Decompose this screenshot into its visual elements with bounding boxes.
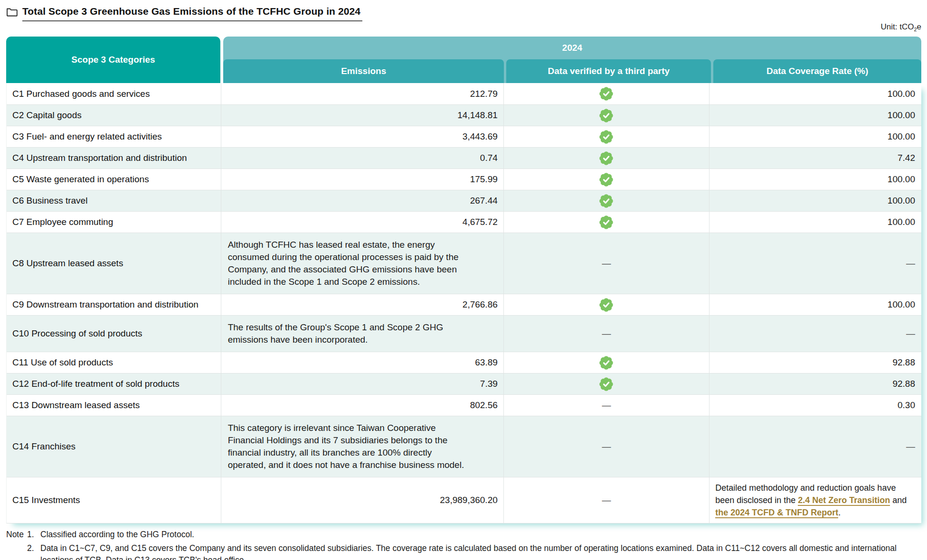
table-body: C1 Purchased goods and services212.79 10…: [6, 83, 921, 523]
emissions-explanation: This category is irrelevant since Taiwan…: [228, 422, 465, 471]
coverage-cell: —: [709, 316, 921, 352]
subheader-row: Emissions Data verified by a third party…: [223, 59, 921, 83]
category-cell: C10 Processing of sold products: [7, 316, 221, 352]
category-cell: C11 Use of sold products: [7, 352, 221, 373]
verified-badge-icon: [599, 130, 614, 144]
verified-badge-icon: [599, 194, 614, 208]
coverage-cell: 100.00: [709, 294, 921, 315]
table-header: Scope 3 Categories 2024 Emissions Data v…: [6, 37, 921, 83]
dash: —: [906, 258, 915, 269]
verified-cell: [503, 169, 709, 190]
coverage-cell: 100.00: [709, 105, 921, 126]
table-row: C3 Fuel- and energy related activities3,…: [7, 126, 921, 147]
unit-label: Unit: tCO2e: [6, 22, 921, 32]
category-cell: C14 Franchises: [7, 416, 221, 477]
table-row: C4 Upstream transportation and distribut…: [7, 147, 921, 168]
verified-cell: —: [503, 416, 709, 477]
category-cell: C9 Downstream transportation and distrib…: [7, 294, 221, 315]
emissions-cell: 0.74: [221, 148, 503, 168]
category-cell: C3 Fuel- and energy related activities: [7, 126, 221, 147]
dash: —: [602, 441, 611, 452]
category-cell: C5 Waste generated in operations: [7, 169, 221, 190]
emissions-cell: 802.56: [221, 395, 503, 416]
verified-badge-icon: [599, 172, 614, 187]
verified-badge-icon: [599, 86, 614, 101]
table-row: C14 FranchisesThis category is irrelevan…: [7, 416, 921, 477]
emissions-cell: 7.39: [221, 373, 503, 394]
table-row: C2 Capital goods14,148.81 100.00: [7, 104, 921, 126]
verified-badge-icon: [599, 298, 614, 312]
emissions-explanation: Although TCFHC has leased real estate, t…: [228, 239, 465, 288]
coverage-cell: —: [709, 233, 921, 294]
note-text: Classified according to the GHG Protocol…: [40, 529, 921, 541]
coverage-cell: 100.00: [709, 83, 921, 104]
net-zero-transition-link[interactable]: 2.4 Net Zero Transition: [798, 495, 890, 506]
dash: —: [602, 495, 611, 505]
verified-cell: [503, 105, 709, 126]
verified-badge-icon: [599, 151, 614, 166]
coverage-cell: Detailed methodology and reduction goals…: [709, 477, 921, 523]
dash: —: [602, 328, 611, 339]
table-row: C1 Purchased goods and services212.79 10…: [7, 83, 921, 104]
coverage-rich-text: Detailed methodology and reduction goals…: [715, 482, 916, 519]
verified-cell: —: [503, 395, 709, 416]
verified-cell: [503, 212, 709, 233]
verified-cell: [503, 83, 709, 104]
emissions-cell: This category is irrelevant since Taiwan…: [221, 416, 503, 477]
category-cell: C8 Upstream leased assets: [7, 233, 221, 294]
verified-cell: [503, 352, 709, 373]
emissions-cell: 3,443.69: [221, 126, 503, 147]
tcfd-tnfd-report-link[interactable]: the 2024 TCFD & TNFD Report: [715, 508, 838, 518]
notes: Note 1. Classified according to the GHG …: [6, 529, 921, 560]
year-header: 2024: [223, 37, 921, 59]
emissions-cell: The results of the Group's Scope 1 and S…: [221, 316, 503, 352]
coverage-cell: 92.88: [709, 373, 921, 394]
emissions-explanation: The results of the Group's Scope 1 and S…: [228, 321, 465, 346]
title-row: Total Scope 3 Greenhouse Gas Emissions o…: [6, 5, 921, 21]
category-cell: C15 Investments: [7, 477, 221, 523]
emissions-cell: Although TCFHC has leased real estate, t…: [221, 233, 503, 294]
note-item-1: Note 1. Classified according to the GHG …: [6, 529, 921, 541]
note-number: 1.: [27, 529, 40, 541]
category-cell: C7 Employee commuting: [7, 212, 221, 233]
verified-cell: —: [503, 477, 709, 523]
folder-icon: [6, 7, 18, 19]
category-cell: C4 Upstream transportation and distribut…: [7, 148, 221, 168]
page: Total Scope 3 Greenhouse Gas Emissions o…: [0, 0, 927, 560]
note-number: 2.: [27, 542, 40, 560]
verified-cell: —: [503, 233, 709, 294]
category-cell: C12 End-of-life treatment of sold produc…: [7, 373, 221, 394]
coverage-cell: 100.00: [709, 169, 921, 190]
table-row: C6 Business travel267.44 100.00: [7, 190, 921, 211]
dash: —: [906, 441, 915, 452]
note-label: Note: [6, 529, 27, 541]
emissions-cell: 4,675.72: [221, 212, 503, 233]
category-cell: C2 Capital goods: [7, 105, 221, 126]
verified-cell: [503, 190, 709, 211]
emissions-cell: 175.99: [221, 169, 503, 190]
column-header-verified: Data verified by a third party: [506, 59, 711, 83]
page-title: Total Scope 3 Greenhouse Gas Emissions o…: [22, 5, 362, 21]
coverage-cell: 100.00: [709, 190, 921, 211]
verified-badge-icon: [599, 108, 614, 123]
verified-badge-icon: [599, 355, 614, 370]
verified-badge-icon: [599, 377, 614, 392]
verified-badge-icon: [599, 215, 614, 230]
category-cell: C13 Downstream leased assets: [7, 395, 221, 416]
emissions-cell: 2,766.86: [221, 294, 503, 315]
dash: —: [602, 400, 611, 411]
table-row: C5 Waste generated in operations175.99 1…: [7, 168, 921, 190]
emissions-cell: 212.79: [221, 83, 503, 104]
coverage-cell: 100.00: [709, 212, 921, 233]
note-text: Data in C1~C7, C9, and C15 covers the Co…: [40, 542, 921, 560]
table-row: C7 Employee commuting4,675.72 100.00: [7, 211, 921, 233]
coverage-cell: 100.00: [709, 126, 921, 147]
table-row: C9 Downstream transportation and distrib…: [7, 294, 921, 315]
table-row: C11 Use of sold products63.89 92.88: [7, 352, 921, 373]
verified-cell: [503, 294, 709, 315]
verified-cell: —: [503, 316, 709, 352]
coverage-text: and: [890, 495, 907, 505]
column-header-emissions: Emissions: [223, 59, 504, 83]
table-row: C10 Processing of sold productsThe resul…: [7, 315, 921, 352]
coverage-text: .: [838, 508, 841, 517]
